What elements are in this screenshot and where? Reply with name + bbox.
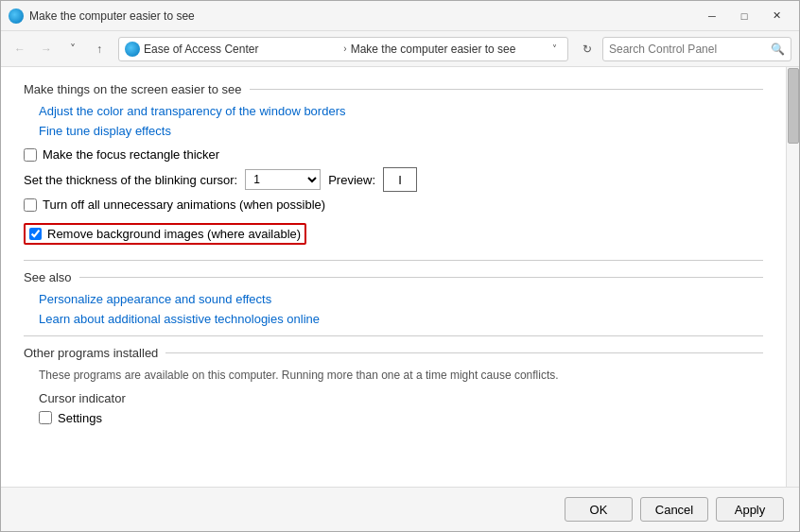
animations-row: Turn off all unnecessary animations (whe…: [24, 197, 763, 212]
cursor-thickness-row: Set the thickness of the blinking cursor…: [24, 167, 763, 192]
link-color-transparency[interactable]: Adjust the color and transparency of the…: [39, 104, 345, 118]
footer: OK Cancel Apply: [1, 487, 799, 531]
remove-backgrounds-label: Remove background images (where availabl…: [47, 227, 301, 241]
section1-header: Make things on the screen easier to see: [24, 82, 763, 96]
link-assistive-technologies[interactable]: Learn about additional assistive technol…: [39, 312, 320, 326]
scrollbar-thumb[interactable]: [788, 68, 799, 144]
scrollbar[interactable]: [786, 67, 799, 487]
search-input[interactable]: [609, 43, 771, 56]
links-group: Adjust the color and transparency of the…: [24, 104, 763, 138]
section2-header: See also: [24, 270, 763, 284]
cursor-indicator-label: Cursor indicator: [39, 391, 763, 405]
maximize-button[interactable]: □: [729, 5, 759, 27]
link-display-effects[interactable]: Fine tune display effects: [39, 124, 171, 138]
preview-label: Preview:: [328, 173, 375, 187]
link-personalize[interactable]: Personalize appearance and sound effects: [39, 292, 271, 306]
breadcrumb-separator: ›: [343, 43, 346, 54]
other-programs-text: These programs are available on this com…: [39, 368, 763, 384]
see-also-links: Personalize appearance and sound effects…: [24, 292, 763, 326]
close-button[interactable]: ✕: [761, 5, 791, 27]
other-programs-group: These programs are available on this com…: [24, 368, 763, 425]
nav-bar: ← → ˅ ↑ Ease of Access Center › Make the…: [1, 31, 799, 67]
refresh-button[interactable]: ↻: [576, 38, 599, 60]
window-icon: [9, 9, 24, 24]
animations-label: Turn off all unnecessary animations (whe…: [43, 197, 325, 212]
cursor-thickness-select[interactable]: 1 2 3 4 5: [245, 169, 321, 190]
address-icon: [125, 42, 140, 57]
cursor-thickness-label: Set the thickness of the blinking cursor…: [24, 173, 237, 187]
remove-backgrounds-checkbox[interactable]: [29, 228, 42, 240]
remove-backgrounds-highlighted-row: Remove background images (where availabl…: [24, 223, 306, 245]
focus-rectangle-row: Make the focus rectangle thicker: [24, 147, 763, 162]
window: Make the computer easier to see ─ □ ✕ ← …: [0, 0, 800, 532]
ok-button[interactable]: OK: [565, 497, 633, 522]
content-area: Make things on the screen easier to see …: [1, 67, 799, 487]
focus-rectangle-checkbox[interactable]: [24, 148, 37, 162]
window-title: Make the computer easier to see: [29, 9, 697, 23]
apply-button[interactable]: Apply: [716, 497, 784, 522]
preview-content: I: [398, 173, 402, 187]
address-dropdown-button[interactable]: ˅: [547, 42, 562, 57]
window-controls: ─ □ ✕: [697, 5, 791, 27]
focus-rectangle-label: Make the focus rectangle thicker: [43, 147, 219, 162]
cancel-button[interactable]: Cancel: [640, 497, 708, 522]
cursor-settings-row: Settings: [39, 411, 763, 425]
cursor-settings-checkbox[interactable]: [39, 411, 52, 424]
title-bar: Make the computer easier to see ─ □ ✕: [1, 1, 799, 31]
search-icon: 🔍: [771, 43, 785, 56]
section3-header: Other programs installed: [24, 346, 763, 360]
animations-checkbox[interactable]: [24, 198, 37, 212]
divider1: [24, 260, 763, 261]
preview-box: I: [383, 167, 417, 192]
divider2: [24, 335, 763, 336]
search-box: 🔍: [602, 37, 791, 61]
forward-button[interactable]: →: [35, 38, 58, 60]
address-bar: Ease of Access Center › Make the compute…: [118, 37, 568, 61]
nav-dropdown-button[interactable]: ˅: [61, 38, 84, 60]
address-part1: Ease of Access Center: [144, 43, 339, 56]
cursor-settings-label: Settings: [58, 411, 102, 425]
main-content: Make things on the screen easier to see …: [1, 67, 786, 487]
back-button[interactable]: ←: [9, 38, 31, 60]
minimize-button[interactable]: ─: [697, 5, 727, 27]
address-part2: Make the computer easier to see: [351, 43, 547, 56]
up-button[interactable]: ↑: [88, 38, 111, 60]
